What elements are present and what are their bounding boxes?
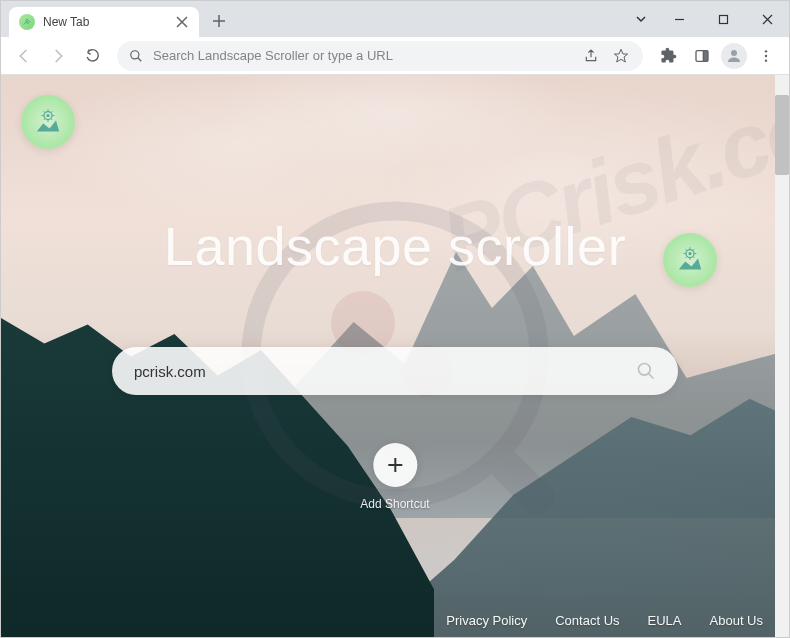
- hero-title: Landscape scroller: [164, 215, 626, 277]
- more-vert-icon[interactable]: [751, 41, 781, 71]
- back-button[interactable]: [9, 41, 39, 71]
- svg-point-2: [131, 50, 139, 58]
- svg-point-18: [639, 364, 651, 376]
- page-content: PCrisk.com Landscape scroller Add Shortc…: [1, 75, 789, 638]
- svg-rect-5: [703, 50, 708, 61]
- svg-point-6: [731, 50, 737, 56]
- extension-logo-icon[interactable]: [21, 95, 75, 149]
- scrollbar[interactable]: [775, 75, 789, 638]
- footer-link-about[interactable]: About Us: [710, 613, 763, 628]
- svg-point-9: [765, 59, 767, 61]
- tab-title: New Tab: [43, 15, 167, 29]
- new-tab-button[interactable]: [205, 7, 233, 35]
- tab-favicon: [19, 14, 35, 30]
- svg-point-15: [46, 114, 49, 117]
- share-icon[interactable]: [581, 41, 601, 71]
- add-shortcut-label: Add Shortcut: [360, 497, 429, 511]
- window-controls: [625, 1, 789, 37]
- forward-button[interactable]: [43, 41, 73, 71]
- extension-logo-icon[interactable]: [663, 233, 717, 287]
- svg-point-7: [765, 50, 767, 52]
- window-close-button[interactable]: [745, 4, 789, 34]
- search-input[interactable]: [134, 363, 636, 380]
- titlebar: New Tab: [1, 1, 789, 37]
- profile-button[interactable]: [721, 43, 747, 69]
- svg-point-8: [765, 54, 767, 56]
- footer-link-privacy[interactable]: Privacy Policy: [446, 613, 527, 628]
- plus-icon: [373, 443, 417, 487]
- toolbar: Search Landscape Scroller or type a URL: [1, 37, 789, 75]
- footer-links: Privacy Policy Contact Us EULA About Us: [446, 613, 763, 628]
- svg-point-17: [688, 252, 691, 255]
- search-icon: [129, 49, 143, 63]
- close-icon[interactable]: [175, 15, 189, 29]
- scrollbar-thumb[interactable]: [775, 95, 789, 175]
- star-icon[interactable]: [611, 41, 631, 71]
- omnibox[interactable]: Search Landscape Scroller or type a URL: [117, 41, 643, 71]
- footer-link-eula[interactable]: EULA: [648, 613, 682, 628]
- omnibox-placeholder: Search Landscape Scroller or type a URL: [153, 48, 571, 63]
- search-bar[interactable]: [112, 347, 678, 395]
- reload-button[interactable]: [77, 41, 107, 71]
- add-shortcut-button[interactable]: Add Shortcut: [360, 443, 429, 511]
- chevron-down-icon[interactable]: [625, 12, 657, 26]
- search-icon[interactable]: [636, 361, 656, 381]
- svg-rect-1: [719, 15, 727, 23]
- minimize-button[interactable]: [657, 4, 701, 34]
- footer-link-contact[interactable]: Contact Us: [555, 613, 619, 628]
- browser-tab[interactable]: New Tab: [9, 7, 199, 37]
- maximize-button[interactable]: [701, 4, 745, 34]
- puzzle-icon[interactable]: [653, 41, 683, 71]
- panel-icon[interactable]: [687, 41, 717, 71]
